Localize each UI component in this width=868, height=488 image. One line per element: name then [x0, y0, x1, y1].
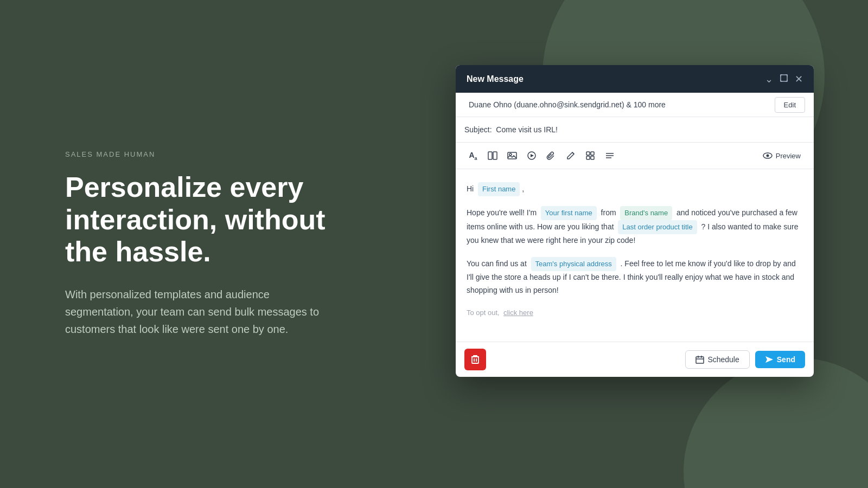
opt-out-line: To opt out, click here	[467, 307, 803, 319]
svg-rect-7	[586, 152, 590, 155]
svg-rect-0	[781, 75, 787, 81]
body-line3: You can find us at Team's physical addre…	[467, 257, 803, 297]
first-name-tag[interactable]: First name	[478, 182, 520, 196]
address-tag[interactable]: Team's physical address	[531, 257, 616, 271]
email-header: New Message ⌄ ✕	[456, 65, 814, 93]
email-footer: Schedule Send	[456, 342, 814, 377]
svg-marker-6	[531, 154, 534, 157]
image-button[interactable]	[503, 147, 521, 164]
delete-button[interactable]	[464, 349, 486, 370]
svg-rect-8	[591, 152, 594, 155]
email-body: Hi First name , Hope you're well! I'm Yo…	[456, 169, 814, 342]
svg-rect-16	[472, 357, 478, 363]
brands-name-tag[interactable]: Brand's name	[620, 206, 672, 220]
line2-prefix: You can find us at	[467, 259, 527, 268]
grid-button[interactable]	[582, 147, 599, 164]
subject-row	[456, 117, 814, 143]
svg-rect-2	[493, 152, 497, 159]
svg-rect-10	[591, 156, 594, 159]
body-line1: Hi First name ,	[467, 182, 803, 196]
sales-label: SALES MADE HUMAN	[65, 150, 336, 158]
line1-mid: from	[601, 208, 616, 217]
svg-marker-23	[765, 356, 773, 363]
svg-rect-9	[586, 156, 590, 159]
chevron-down-icon[interactable]: ⌄	[765, 74, 773, 84]
header-controls: ⌄ ✕	[765, 74, 803, 84]
to-input[interactable]	[464, 93, 775, 117]
attachment-button[interactable]	[542, 147, 560, 164]
opt-out-text: To opt out,	[467, 309, 500, 317]
bg-circle-bottom	[684, 358, 868, 488]
body-line2: Hope you're well! I'm Your first name fr…	[467, 206, 803, 247]
close-icon[interactable]: ✕	[795, 74, 803, 84]
video-button[interactable]	[523, 147, 540, 164]
send-label: Send	[777, 355, 795, 364]
last-order-tag[interactable]: Last order product title	[618, 220, 697, 234]
footer-right: Schedule Send	[685, 350, 805, 369]
your-first-name-tag[interactable]: Your first name	[541, 206, 597, 220]
to-row: Edit	[456, 93, 814, 117]
send-button[interactable]: Send	[755, 351, 805, 368]
sub-text: With personalized templates and audience…	[65, 286, 336, 338]
greeting-end: ,	[522, 184, 524, 193]
subject-input[interactable]	[464, 125, 805, 134]
columns-button[interactable]	[484, 147, 501, 164]
schedule-label: Schedule	[707, 355, 739, 364]
svg-point-15	[766, 155, 769, 157]
toolbar: Aa	[456, 143, 814, 169]
preview-label: Preview	[776, 152, 801, 160]
main-heading: Personalize every interaction, without t…	[65, 171, 336, 268]
svg-rect-19	[696, 357, 704, 363]
line1-prefix: Hope you're well! I'm	[467, 208, 537, 217]
edit-button[interactable]: Edit	[775, 97, 805, 113]
pen-button[interactable]	[562, 147, 579, 164]
svg-rect-3	[508, 152, 516, 159]
greeting-text: Hi	[467, 184, 474, 193]
email-title: New Message	[467, 74, 524, 84]
text-format-button[interactable]: Aa	[464, 147, 482, 164]
schedule-button[interactable]: Schedule	[685, 350, 749, 369]
expand-icon[interactable]	[780, 74, 788, 84]
opt-out-link[interactable]: click here	[503, 309, 533, 317]
preview-button[interactable]: Preview	[758, 150, 805, 162]
email-panel: New Message ⌄ ✕ Edit Aa	[456, 65, 814, 377]
left-panel: SALES MADE HUMAN Personalize every inter…	[0, 0, 380, 488]
svg-rect-1	[488, 152, 492, 159]
list-button[interactable]	[601, 147, 618, 164]
